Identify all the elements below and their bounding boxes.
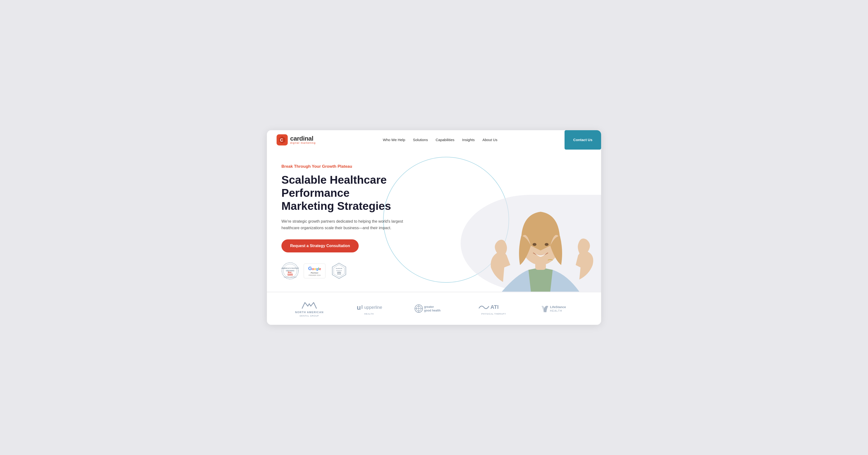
nav-who-we-help[interactable]: Who We Help — [383, 138, 405, 142]
svg-point-6 — [545, 243, 549, 246]
client-north-american-name: NORTH AMERICAN — [295, 311, 323, 314]
nav-capabilities[interactable]: Capabilities — [436, 138, 455, 142]
client-greater-good: greater good health — [414, 304, 446, 314]
cta-button[interactable]: Request a Strategy Consultation — [281, 239, 359, 253]
google-premier-label: PREMIER 2024 — [309, 274, 320, 276]
svg-text:AMERICA'S FASTEST: AMERICA'S FASTEST — [281, 267, 299, 269]
client-north-american-sub: DENTAL GROUP — [300, 315, 319, 317]
hero-image — [480, 173, 601, 292]
svg-text:greater: greater — [424, 305, 434, 308]
svg-text:HEALTH: HEALTH — [550, 310, 562, 312]
contact-us-button[interactable]: Contact Us — [564, 130, 601, 150]
google-g-row: Google — [308, 266, 321, 271]
lifestance-logo-svg: LifeStance HEALTH — [541, 304, 573, 314]
google-partner-label: Partner — [311, 272, 318, 274]
logo-text: cardinal digital marketing — [290, 135, 316, 144]
cardinal-logo-icon: C — [277, 134, 288, 145]
main-nav: Who We Help Solutions Capabilities Insig… — [383, 138, 497, 142]
client-lifestance: LifeStance HEALTH — [541, 304, 573, 314]
client-ati-sub: PHYSICAL THERAPY — [481, 313, 506, 315]
hero-woman-svg — [480, 173, 601, 292]
client-ati: ATI PHYSICAL THERAPY — [478, 302, 509, 315]
hero-description: We're strategic growth partners dedicate… — [281, 218, 417, 231]
client-upperline: u l upperline HEALTH — [355, 302, 382, 315]
greater-good-logo-svg: greater good health — [414, 304, 446, 314]
hero-eyebrow: Break Through Your Growth Plateau — [281, 164, 446, 169]
nav-insights[interactable]: Insights — [462, 138, 475, 142]
svg-text:upperline: upperline — [364, 305, 382, 310]
svg-point-5 — [533, 243, 536, 246]
facebook-blueprint-badge: facebook blueprint CERT — [330, 262, 348, 280]
svg-text:C: C — [280, 138, 283, 142]
page-wrapper: C cardinal digital marketing Who We Help… — [267, 130, 601, 325]
svg-text:ATI: ATI — [490, 304, 499, 310]
clients-section: NORTH AMERICAN DENTAL GROUP u l upperlin… — [267, 292, 601, 325]
nav-solutions[interactable]: Solutions — [413, 138, 428, 142]
hero-title: Scalable Healthcare Performance Marketin… — [281, 173, 446, 213]
hero-content: Break Through Your Growth Plateau Scalab… — [281, 164, 446, 280]
svg-text:LifeStance: LifeStance — [550, 305, 566, 309]
upperline-logo-svg: u l upperline — [355, 302, 382, 312]
svg-text:facebook: facebook — [336, 268, 342, 269]
brand-name: cardinal — [290, 135, 316, 141]
google-partner-badge: Google Partner PREMIER 2024 — [304, 264, 326, 278]
site-header: C cardinal digital marketing Who We Help… — [267, 130, 601, 150]
north-american-logo-svg — [300, 300, 319, 310]
svg-text:blueprint: blueprint — [336, 270, 342, 271]
svg-text:l: l — [361, 304, 363, 310]
badges-row: AMERICA'S FASTEST GROWING Inc. 5000 PRIV… — [281, 262, 446, 280]
svg-text:CERT: CERT — [337, 273, 341, 274]
svg-text:5000: 5000 — [287, 273, 293, 276]
svg-text:good health: good health — [424, 309, 440, 312]
client-north-american: NORTH AMERICAN DENTAL GROUP — [295, 300, 323, 317]
inc5000-badge: AMERICA'S FASTEST GROWING Inc. 5000 PRIV… — [281, 262, 299, 280]
inc5000-badge-svg: AMERICA'S FASTEST GROWING Inc. 5000 PRIV… — [281, 262, 299, 280]
google-g-icon: Google — [308, 266, 321, 271]
logo[interactable]: C cardinal digital marketing — [277, 134, 316, 145]
fb-badge-svg: facebook blueprint CERT — [330, 262, 348, 280]
svg-text:u: u — [357, 304, 361, 311]
nav-about-us[interactable]: About Us — [483, 138, 497, 142]
client-upperline-sub: HEALTH — [364, 313, 374, 315]
brand-tagline: digital marketing — [290, 141, 316, 144]
hero-section: Break Through Your Growth Plateau Scalab… — [267, 150, 601, 292]
svg-text:PRIVATE COMPANIES: PRIVATE COMPANIES — [284, 277, 297, 278]
ati-logo-svg: ATI — [478, 302, 509, 312]
